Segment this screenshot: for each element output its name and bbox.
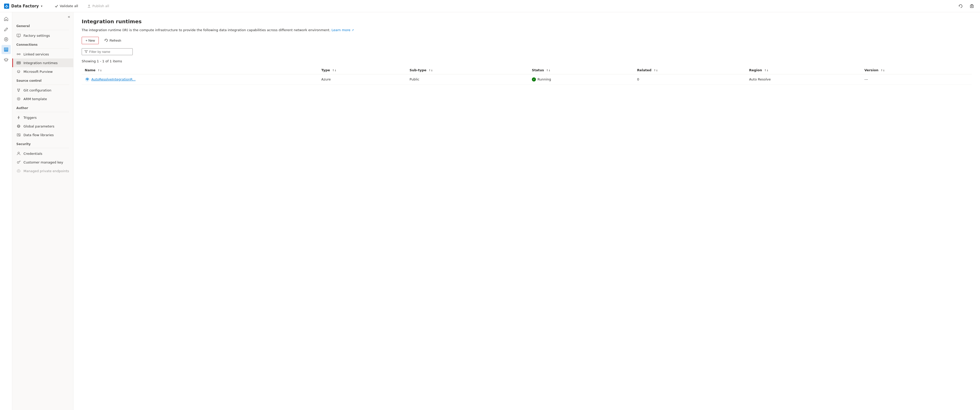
nav-item-microsoft-purview[interactable]: Microsoft Purview [12, 67, 73, 76]
git-icon [16, 88, 21, 93]
svg-point-1 [6, 6, 7, 8]
section-label-author: Author [12, 103, 73, 111]
sort-status-icon: ↑↓ [546, 69, 550, 72]
nav-item-git-configuration[interactable]: Git configuration [12, 86, 73, 94]
filter-container [82, 48, 133, 55]
publish-icon [87, 4, 91, 8]
refresh-button[interactable]: Refresh [101, 37, 125, 44]
linked-services-icon [16, 52, 21, 56]
svg-point-13 [18, 70, 20, 73]
nav-item-arm-template[interactable]: ARM template [12, 94, 73, 103]
nav-item-customer-managed-key[interactable]: Customer managed key [12, 158, 73, 167]
topbar-title: Data Factory [11, 4, 39, 8]
col-version[interactable]: Version ↑↓ [861, 66, 972, 74]
content-area: Integration runtimes The integration run… [73, 12, 980, 410]
status-text: Running [538, 77, 551, 81]
ir-row-icon [85, 77, 90, 82]
col-name[interactable]: Name ↑↓ [82, 66, 318, 74]
nav-item-factory-settings[interactable]: Factory settings [12, 31, 73, 40]
ir-name-link[interactable]: AutoResolveIntegrationR... [91, 77, 135, 81]
svg-point-9 [17, 54, 18, 55]
col-subtype[interactable]: Sub-type ↑↓ [407, 66, 529, 74]
topbar: Data Factory ▾ Validate all Publish all [0, 0, 980, 12]
learn-more-link[interactable]: Learn more ↗ [331, 28, 354, 32]
svg-rect-8 [17, 34, 21, 37]
triggers-icon [16, 115, 21, 120]
validate-all-button[interactable]: Validate all [52, 3, 80, 9]
validate-icon [55, 4, 58, 8]
filter-icon [84, 50, 88, 53]
svg-point-25 [87, 79, 88, 80]
status-dot-icon [532, 77, 536, 81]
purview-icon [16, 69, 21, 74]
nav-item-data-flow-libraries[interactable]: Data flow libraries [12, 131, 73, 139]
credentials-label: Credentials [24, 152, 42, 156]
table-container: Name ↑↓ Type ↑↓ Sub-type ↑↓ Status [82, 66, 972, 85]
new-button[interactable]: + New [82, 37, 99, 44]
svg-point-17 [18, 97, 20, 101]
col-region[interactable]: Region ↑↓ [746, 66, 861, 74]
refresh-topbar-button[interactable] [956, 2, 965, 10]
topbar-dropdown-icon[interactable]: ▾ [41, 4, 42, 8]
cell-related: 0 [634, 74, 746, 85]
divider-source-control [16, 85, 69, 85]
filter-input[interactable] [89, 50, 130, 54]
svg-point-12 [18, 62, 19, 63]
publish-all-label: Publish all [92, 4, 109, 8]
arm-icon [16, 97, 21, 101]
sort-related-icon: ↑↓ [654, 69, 658, 72]
col-type[interactable]: Type ↑↓ [318, 66, 407, 74]
section-label-connections: Connections [12, 40, 73, 48]
customer-managed-key-label: Customer managed key [24, 160, 63, 164]
discard-button[interactable] [968, 2, 976, 10]
sort-type-icon: ↑↓ [332, 69, 337, 72]
table-header-row: Name ↑↓ Type ↑↓ Sub-type ↑↓ Status [82, 66, 972, 74]
microsoft-purview-label: Microsoft Purview [24, 70, 52, 73]
home-icon [4, 17, 8, 21]
svg-point-4 [5, 39, 6, 40]
refresh-icon [104, 38, 108, 42]
collapse-sidebar-button[interactable]: « [68, 14, 70, 19]
nav-item-linked-services[interactable]: Linked services [12, 50, 73, 59]
sort-subtype-icon: ↑↓ [428, 69, 433, 72]
cell-region: Auto Resolve [746, 74, 861, 85]
git-configuration-label: Git configuration [24, 88, 51, 92]
linked-services-label: Linked services [24, 53, 49, 56]
refresh-topbar-icon [959, 4, 963, 8]
factory-settings-label: Factory settings [24, 34, 50, 38]
nav-item-credentials[interactable]: Credentials [12, 149, 73, 158]
svg-point-23 [18, 162, 19, 163]
sidebar-item-learn[interactable] [2, 55, 11, 64]
sidebar-item-manage[interactable] [2, 45, 11, 54]
sidebar-item-author[interactable] [2, 24, 11, 34]
col-related[interactable]: Related ↑↓ [634, 66, 746, 74]
customer-managed-key-icon [16, 160, 21, 164]
divider-author [16, 112, 69, 112]
nav-sidebar: « General Factory settings Connections [12, 12, 73, 410]
col-status[interactable]: Status ↑↓ [529, 66, 634, 74]
section-label-general: General [12, 21, 73, 29]
cell-subtype: Public [407, 74, 529, 85]
cell-name: AutoResolveIntegrationR... [82, 74, 318, 85]
triggers-label: Triggers [24, 116, 37, 120]
nav-sidebar-top: « [12, 12, 73, 21]
nav-item-global-parameters[interactable]: Global parameters [12, 122, 73, 131]
nav-item-triggers[interactable]: Triggers [12, 113, 73, 122]
topbar-left: Data Factory ▾ [4, 3, 42, 9]
publish-all-button[interactable]: Publish all [85, 3, 111, 9]
nav-item-integration-runtimes[interactable]: Integration runtimes [12, 59, 73, 67]
table-row: AutoResolveIntegrationR... Azure Public … [82, 74, 972, 85]
svg-point-3 [4, 38, 8, 41]
manage-icon [4, 47, 8, 52]
learn-icon [4, 57, 8, 62]
items-count: Showing 1 - 1 of 1 items [82, 59, 972, 63]
nav-item-managed-private-endpoints: Managed private endpoints [12, 167, 73, 175]
sidebar-item-monitor[interactable] [2, 35, 11, 44]
cell-version: --- [861, 74, 972, 85]
global-parameters-icon [16, 124, 21, 129]
data-factory-logo-icon [4, 3, 9, 9]
sidebar-item-home[interactable] [2, 14, 11, 24]
svg-rect-7 [4, 51, 8, 51]
page-description: The integration runtime (IR) is the comp… [82, 27, 972, 33]
svg-rect-0 [4, 3, 9, 9]
